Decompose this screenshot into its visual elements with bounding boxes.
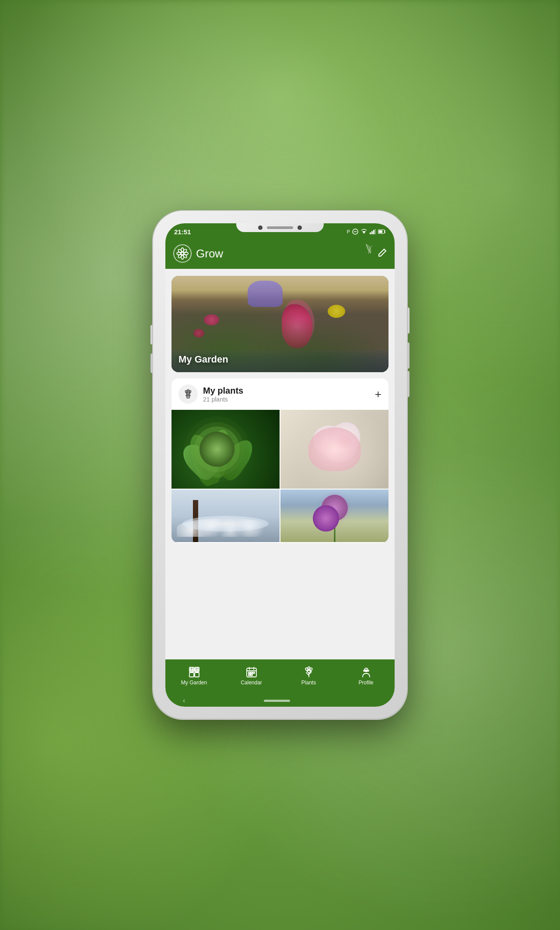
nav-item-plants[interactable]: Plants xyxy=(280,666,337,686)
svg-rect-28 xyxy=(195,673,199,677)
svg-rect-4 xyxy=(371,231,373,234)
plant-cell-1[interactable] xyxy=(172,410,280,489)
svg-rect-27 xyxy=(189,673,194,677)
nav-label-calendar: Calendar xyxy=(241,680,262,686)
garden-hero-card[interactable]: My Garden xyxy=(172,276,388,372)
bottom-spacer xyxy=(165,543,395,549)
allium-head xyxy=(322,495,348,521)
edit-pencil-icon xyxy=(378,248,387,257)
add-plant-button[interactable]: + xyxy=(375,388,382,400)
svg-rect-42 xyxy=(251,672,252,673)
plants-title: My plants xyxy=(203,386,370,396)
home-bar[interactable] xyxy=(264,700,290,702)
small-pink-flower-2 xyxy=(193,329,204,338)
flower-bg xyxy=(280,410,388,489)
nav-item-profile[interactable]: Profile xyxy=(337,666,395,686)
app-title: Grow xyxy=(196,247,223,261)
plant-cell-2[interactable] xyxy=(280,410,388,489)
plants-icon-wrap xyxy=(178,384,198,404)
flower-logo-icon xyxy=(176,247,189,260)
parking-icon: P xyxy=(347,229,350,234)
dnd-icon xyxy=(352,229,358,235)
nav-item-calendar[interactable]: Calendar xyxy=(223,666,280,686)
svg-rect-11 xyxy=(379,230,382,233)
svg-rect-26 xyxy=(195,667,199,672)
plant-grid xyxy=(172,410,388,543)
svg-rect-45 xyxy=(251,674,252,676)
allium-stem xyxy=(334,505,335,542)
phone-device: 21:51 P xyxy=(153,211,407,719)
plants-header: My plants 21 plants + xyxy=(172,378,388,410)
wifi-icon xyxy=(360,229,368,235)
app-header: Grow xyxy=(165,240,395,269)
svg-rect-44 xyxy=(248,674,250,676)
svg-rect-43 xyxy=(253,672,255,673)
nav-label-profile: Profile xyxy=(358,680,373,686)
white-flowers xyxy=(177,518,274,537)
svg-rect-6 xyxy=(375,229,376,234)
sensor xyxy=(298,225,302,230)
back-arrow[interactable]: ‹ xyxy=(183,697,185,705)
svg-point-17 xyxy=(178,249,182,254)
profile-icon xyxy=(360,666,372,678)
bottom-nav: My Garden Calendar xyxy=(165,659,395,694)
home-indicator: ‹ xyxy=(165,694,395,707)
svg-point-49 xyxy=(309,667,313,671)
edit-button[interactable] xyxy=(378,248,387,259)
petal-2 xyxy=(322,431,359,465)
app-logo xyxy=(173,244,192,263)
svg-rect-5 xyxy=(373,230,374,234)
svg-rect-25 xyxy=(189,667,194,672)
nav-label-plants: Plants xyxy=(301,680,316,686)
plant-cell-3[interactable] xyxy=(172,490,280,542)
speaker-grille xyxy=(267,226,293,229)
flower-spots xyxy=(335,435,352,448)
plant-cell-4[interactable] xyxy=(280,490,388,542)
svg-point-18 xyxy=(182,254,187,258)
plants-icon xyxy=(303,666,315,678)
battery-icon xyxy=(378,229,386,234)
calendar-icon xyxy=(246,666,257,678)
svg-point-20 xyxy=(178,254,182,258)
svg-point-48 xyxy=(305,667,309,671)
plants-count: 21 plants xyxy=(203,396,370,403)
status-time: 21:51 xyxy=(174,228,191,236)
svg-rect-3 xyxy=(370,232,371,234)
phone-screen: 21:51 P xyxy=(165,223,395,707)
svg-rect-41 xyxy=(248,672,250,673)
nav-label-my-garden: My Garden xyxy=(181,680,207,686)
svg-marker-2 xyxy=(362,231,366,234)
scroll-content[interactable]: My Garden xyxy=(165,269,395,659)
front-camera xyxy=(258,225,262,230)
phone-top-bar xyxy=(236,223,324,232)
nav-item-my-garden[interactable]: My Garden xyxy=(165,666,223,686)
garden-label: My Garden xyxy=(178,354,228,365)
svg-point-19 xyxy=(182,249,187,254)
flower-pot-icon xyxy=(182,388,194,400)
leaf-decoration-icon xyxy=(360,243,373,257)
plants-title-group: My plants 21 plants xyxy=(203,386,370,403)
garden-grid-icon xyxy=(189,666,200,678)
header-left: Grow xyxy=(173,244,223,263)
signal-icon xyxy=(370,229,376,234)
status-icons: P xyxy=(347,229,386,235)
plants-section: My plants 21 plants + xyxy=(172,378,388,543)
